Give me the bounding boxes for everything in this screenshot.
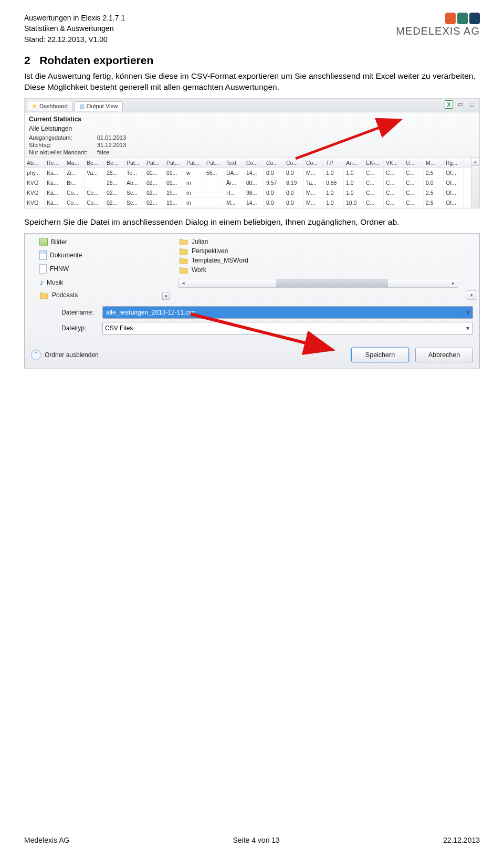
doc-title: Auswertungen in Elexis 2.1.7.1 [24,13,125,23]
dropdown-arrow-icon[interactable]: ▾ [462,322,472,334]
scroll-down-arrow-right[interactable]: ▾ [467,290,476,300]
value-stichtag: 31.12.2013 [97,142,126,148]
scroll-down-arrow[interactable]: ▾ [162,292,170,300]
table-row[interactable]: KVGKä...Co...Co...02...Sc...02...19...mM… [25,198,479,208]
footer-right: 22.12.2013 [443,836,480,844]
column-header[interactable]: Rg... [444,158,464,168]
folder-item[interactable]: Templates_MSWord [178,256,458,265]
table-cell: 14... [244,198,264,207]
scrollbar-thumb[interactable] [276,279,388,287]
nav-item-label: Bilder [51,238,67,246]
column-header[interactable]: Ma... [65,158,85,168]
column-header[interactable]: TP [324,158,344,168]
horizontal-scrollbar[interactable]: ◂ ▸ [178,279,458,288]
column-header[interactable]: Be... [104,158,124,168]
table-cell: 1.0 [344,178,364,187]
table-cell: Är... [224,178,244,187]
table-cell: 02... [104,198,124,207]
column-header[interactable]: Co... [304,158,324,168]
filetype-select[interactable]: CSV Files ▾ [102,322,473,334]
vertical-scrollbar[interactable]: ▴ [471,158,479,208]
column-header[interactable]: An... [344,158,364,168]
table-cell: 02... [144,198,164,207]
nav-item[interactable]: Podcasts [38,290,154,300]
table-cell: Kä... [45,168,65,177]
cancel-button[interactable]: Abbrechen [415,348,473,362]
filename-value: alle_leistungen_2013-12-11.csv [105,309,196,316]
table-cell: 1.0 [324,188,344,197]
dropdown-arrow-icon[interactable]: ▾ [462,307,472,318]
tab-output-view[interactable]: ▥Output View [75,101,123,111]
table-row[interactable]: KVGKä...Br...26...Ab...02...01...mÄr...0… [25,178,479,188]
column-header[interactable]: Pat... [164,158,184,168]
nav-item[interactable]: Bilder [38,237,154,247]
save-button[interactable]: Speichern [351,348,409,362]
folder-item[interactable]: Perspektiven [178,246,458,256]
column-header[interactable]: Co... [244,158,264,168]
table-cell: m [184,198,204,207]
section-title: Rohdaten exportieren [39,54,153,66]
table-row[interactable]: phy...Kä...Zi...Va...26...Te...00...01..… [25,168,479,178]
table-cell: 0.0 [284,168,304,177]
table-cell: C... [364,188,384,197]
minimize-icon[interactable]: ▭ [456,100,465,109]
column-header[interactable]: Re... [45,158,65,168]
column-header[interactable]: Co... [284,158,304,168]
nav-item[interactable]: FHNW [38,263,154,275]
column-header[interactable]: Co... [264,158,284,168]
scroll-up-arrow[interactable]: ▴ [471,158,479,166]
column-header[interactable]: Pat... [124,158,144,168]
table-cell: C... [404,198,424,207]
table-cell: m [184,178,204,187]
table-cell: KVG [25,198,45,207]
column-header[interactable]: Ab... [25,158,45,168]
section-heading: 2 Rohdaten exportieren [24,54,480,67]
chevron-up-icon: ˄ [31,350,41,360]
column-header[interactable]: Text [224,158,244,168]
column-header[interactable]: U... [404,158,424,168]
table-cell: 0.0 [284,188,304,197]
column-header[interactable]: Pat... [144,158,164,168]
folder-item[interactable]: Julian [178,237,458,246]
table-cell: 1.0 [324,168,344,177]
nav-item[interactable]: Dokumente [38,249,154,261]
column-header[interactable]: Be... [85,158,104,168]
paragraph-2: Speichern Sie die Datei im anschliessend… [24,217,480,228]
table-cell: 0.0 [264,168,284,177]
panel-title: Current Statistics [29,116,475,123]
folder-item-label: Templates_MSWord [192,257,248,264]
table-cell: 19... [164,188,184,197]
table-cell: DA... [224,168,244,177]
value-mandant: false [97,149,109,155]
hide-folder-link[interactable]: ˄ Ordner ausblenden [31,350,99,360]
table-cell: 10.0 [344,198,364,207]
data-table: Ab...Re...Ma...Be...Be...Pat...Pat...Pat… [25,158,479,208]
column-header[interactable]: M... [424,158,444,168]
column-header[interactable]: Pat... [204,158,224,168]
page-footer: Medelexis AG Seite 4 von 13 22.12.2013 [24,836,480,844]
label-filetype: Dateityp: [61,325,98,332]
tab-dashboard[interactable]: ★Dashboard [27,101,72,111]
table-cell: 01... [164,178,184,187]
export-excel-icon[interactable]: X [445,100,453,109]
table-row[interactable]: KVGKä...Co...Co...02...Sc...02...19...mH… [25,188,479,198]
nav-item[interactable]: ♪Musik [38,277,154,288]
table-cell: C... [364,198,384,207]
folder-column: JulianPerspektivenTemplates_MSWordWork ◂… [178,237,458,300]
column-header[interactable]: Pat... [184,158,204,168]
column-header[interactable]: EK-... [364,158,384,168]
table-cell: M... [304,168,324,177]
table-cell: Sc... [124,188,144,197]
filename-input[interactable]: alle_leistungen_2013-12-11.csv ▾ [102,306,473,319]
tabs-bar: ★Dashboard ▥Output View X ▭ □ [25,99,479,112]
column-header[interactable]: VK... [384,158,404,168]
table-cell: C... [384,198,404,207]
table-cell: 00... [244,178,264,187]
table-cell: Kä... [45,188,65,197]
table-cell: m [184,188,204,197]
table-cell [204,178,224,187]
maximize-icon[interactable]: □ [468,100,476,109]
folder-item[interactable]: Work [178,265,458,275]
table-cell [204,188,224,197]
table-cell: Ta... [304,178,324,187]
